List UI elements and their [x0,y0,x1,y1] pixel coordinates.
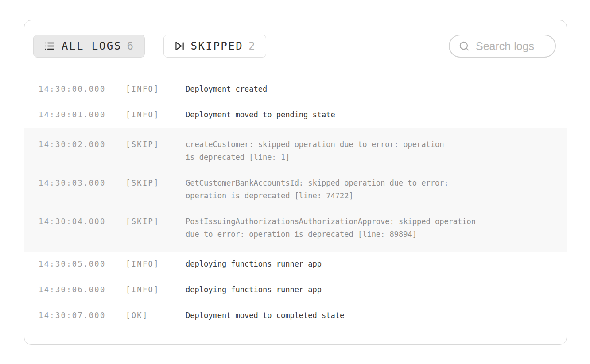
log-message: Deployment moved to completed state [186,309,344,322]
log-time: 14:30:04.000 [39,215,126,228]
log-level: [INFO] [126,283,186,296]
log-message: createCustomer: skipped operation due to… [186,138,444,164]
log-row: 14:30:01.000 [INFO] Deployment moved to … [24,102,567,128]
search-icon [458,40,470,52]
log-time: 14:30:03.000 [39,177,126,190]
search-input[interactable] [476,40,546,53]
filter-all-logs-button[interactable]: ALL LOGS 6 [33,35,145,58]
log-level: [INFO] [126,108,186,121]
skip-forward-icon [174,40,185,52]
log-level: [SKIP] [126,138,186,151]
log-message: deploying functions runner app [186,283,322,296]
search-box[interactable] [449,35,556,58]
log-level: [SKIP] [126,177,186,190]
log-time: 14:30:01.000 [39,108,126,121]
log-message: GetCustomerBankAccountsId: skipped opera… [186,177,449,202]
log-row: 14:30:07.000 [OK] Deployment moved to co… [24,303,567,329]
log-row: 14:30:04.000 [SKIP] PostIssuingAuthoriza… [24,209,567,248]
filter-skipped-button[interactable]: SKIPPED 2 [163,35,267,58]
log-time: 14:30:00.000 [39,83,126,96]
log-viewer-card: ALL LOGS 6 SKIPPED 2 [24,20,567,345]
log-row: 14:30:03.000 [SKIP] GetCustomerBankAccou… [24,170,567,209]
log-message: deploying functions runner app [186,258,322,271]
log-row: 14:30:06.000 [INFO] deploying functions … [24,277,567,303]
log-level: [INFO] [126,258,186,271]
log-message: Deployment moved to pending state [186,108,335,121]
list-icon [43,40,56,52]
skipped-rows-band: 14:30:02.000 [SKIP] createCustomer: skip… [24,128,567,252]
filter-skipped-label: SKIPPED [191,40,244,52]
log-message: Deployment created [186,83,267,96]
filter-all-logs-label: ALL LOGS [62,40,122,52]
log-message: PostIssuingAuthorizationsAuthorizationAp… [186,215,476,241]
log-time: 14:30:02.000 [39,138,126,151]
log-level: [OK] [126,309,186,322]
log-time: 14:30:05.000 [39,258,126,271]
filter-skipped-count: 2 [248,40,256,52]
log-time: 14:30:07.000 [39,309,126,322]
toolbar: ALL LOGS 6 SKIPPED 2 [24,20,567,72]
log-row: 14:30:02.000 [SKIP] createCustomer: skip… [24,132,567,170]
log-level: [SKIP] [126,215,186,228]
log-row: 14:30:00.000 [INFO] Deployment created [24,77,567,102]
log-time: 14:30:06.000 [39,283,126,296]
log-level: [INFO] [126,83,186,96]
log-list: 14:30:00.000 [INFO] Deployment created 1… [24,72,567,337]
page: ALL LOGS 6 SKIPPED 2 [0,0,590,364]
log-row: 14:30:05.000 [INFO] deploying functions … [24,252,567,277]
filter-all-logs-count: 6 [127,40,135,52]
